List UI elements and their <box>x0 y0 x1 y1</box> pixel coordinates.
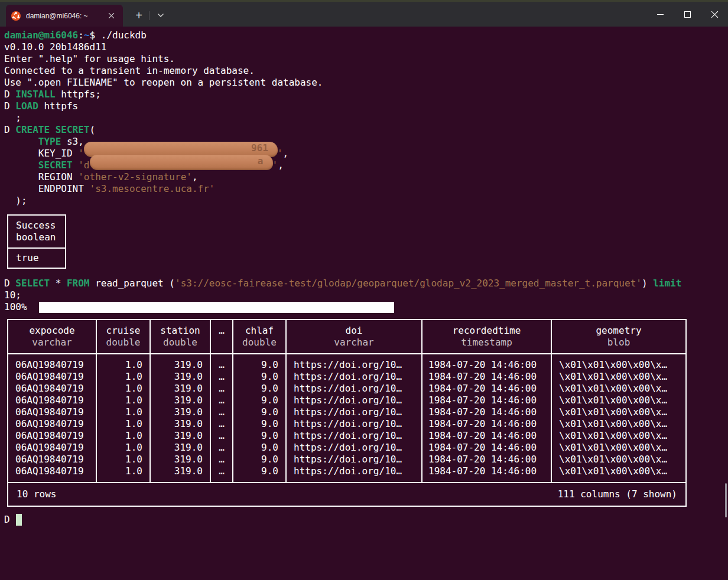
table-cell: 1.0 <box>97 359 150 371</box>
column-header-doi: doivarchar <box>287 320 422 353</box>
redaction-stroke: a <box>90 155 273 170</box>
ubuntu-logo-icon <box>11 11 21 21</box>
column-name: chlaf <box>233 325 285 337</box>
terminal-line: v0.10.0 20b1486d11 <box>4 41 728 53</box>
terminal-line: D CREATE SECRET( <box>4 124 728 136</box>
table-cell: 1.0 <box>97 430 150 442</box>
table-cell: \x01\x01\x00\x00\x… <box>552 371 685 383</box>
duckdb-prompt: D <box>4 514 10 526</box>
success-table-value: true <box>8 249 65 268</box>
column-header-station: stationdouble <box>151 320 211 353</box>
table-column-station: 319.0319.0319.0319.0319.0319.0319.0319.0… <box>151 354 211 482</box>
table-cell: 9.0 <box>233 371 285 383</box>
table-cell: 06AQ19840719 <box>8 465 96 477</box>
table-column-expocode: 06AQ1984071906AQ1984071906AQ1984071906AQ… <box>8 354 97 482</box>
table-cell: 1.0 <box>97 454 150 465</box>
column-name: expocode <box>8 325 96 337</box>
terminal-line: ; <box>4 112 728 124</box>
table-cell: 1984-07-20 14:46:00 <box>422 395 551 406</box>
table-cell: … <box>211 465 232 477</box>
terminal-line: 10; <box>4 289 728 301</box>
terminal-line: REGION 'other-v2-signature', <box>4 171 728 183</box>
minimize-button[interactable] <box>646 2 674 27</box>
table-cell: 1.0 <box>97 418 150 430</box>
column-type: double <box>151 337 210 348</box>
success-column-name: Success <box>16 220 65 232</box>
column-name: cruise <box>97 325 150 337</box>
table-column-chlaf: 9.09.09.09.09.09.09.09.09.09.0 <box>233 354 287 482</box>
title-bar: damian@mi6046: ~ + <box>0 0 728 27</box>
chevron-down-icon <box>157 13 164 18</box>
terminal-output-top: damian@mi6046:~$ ./duckdbv0.10.0 20b1486… <box>4 30 728 207</box>
success-value-cell: true <box>16 252 65 264</box>
result-table-header-row: expocodevarcharcruisedoublestationdouble… <box>8 320 685 354</box>
table-cell: 9.0 <box>233 418 285 430</box>
terminal-line: Enter ".help" for usage hints. <box>4 53 728 65</box>
table-cell: 9.0 <box>233 395 285 406</box>
table-cell: 9.0 <box>233 465 285 477</box>
result-table-body: 06AQ1984071906AQ1984071906AQ1984071906AQ… <box>8 354 685 482</box>
column-type: blob <box>552 337 685 348</box>
table-cell: \x01\x01\x00\x00\x… <box>552 465 685 477</box>
table-cell: \x01\x01\x00\x00\x… <box>552 383 685 395</box>
duckdb-prompt-line: D <box>4 514 728 526</box>
plus-icon: + <box>135 9 142 21</box>
table-cell: 319.0 <box>151 371 210 383</box>
table-cell: 06AQ19840719 <box>8 406 96 418</box>
table-cell: 1.0 <box>97 465 150 477</box>
table-cell: https://doi.org/10… <box>287 371 421 383</box>
table-cell: 1.0 <box>97 442 150 454</box>
tab-dropdown-button[interactable] <box>152 7 169 24</box>
scrollbar-thumb[interactable] <box>725 483 727 517</box>
table-cell: … <box>211 383 232 395</box>
table-cell: 06AQ19840719 <box>8 371 96 383</box>
table-cell: \x01\x01\x00\x00\x… <box>552 359 685 371</box>
table-cell: 1984-07-20 14:46:00 <box>422 371 551 383</box>
close-window-button[interactable] <box>701 2 728 27</box>
terminal-line: ); <box>4 195 728 207</box>
progress-percent-label: 100% <box>4 301 32 313</box>
column-type: varchar <box>8 337 96 348</box>
table-column-cruise: 1.01.01.01.01.01.01.01.01.01.0 <box>97 354 151 482</box>
tabbar-divider <box>149 11 150 20</box>
column-header-recordedtime: recordedtimetimestamp <box>422 320 552 353</box>
table-cell: 1984-07-20 14:46:00 <box>422 359 551 371</box>
column-name: doi <box>287 325 421 337</box>
table-cell: … <box>211 406 232 418</box>
table-cell: https://doi.org/10… <box>287 406 421 418</box>
new-tab-button[interactable]: + <box>131 7 147 24</box>
table-cell: 06AQ19840719 <box>8 395 96 406</box>
table-cell: 1984-07-20 14:46:00 <box>422 454 551 465</box>
column-type: double <box>97 337 150 348</box>
terminal-line: Use ".open FILENAME" to reopen on a pers… <box>4 77 728 89</box>
terminal-tab[interactable]: damian@mi6046: ~ <box>6 5 123 27</box>
column-header-cruise: cruisedouble <box>97 320 151 353</box>
table-cell: 319.0 <box>151 430 210 442</box>
close-icon <box>108 12 115 19</box>
terminal-line: SECRET 'da', <box>4 159 728 171</box>
terminal-line: Connected to a transient in-memory datab… <box>4 65 728 77</box>
table-cell: 319.0 <box>151 454 210 465</box>
column-type: varchar <box>287 337 421 348</box>
table-cell: 319.0 <box>151 465 210 477</box>
success-column-type: boolean <box>16 232 65 243</box>
table-cell: 9.0 <box>233 406 285 418</box>
table-cell: 319.0 <box>151 418 210 430</box>
row-count-label: 10 rows <box>17 488 56 500</box>
column-type: timestamp <box>422 337 551 348</box>
column-header-ellipsis: … <box>211 320 233 353</box>
column-name: recordedtime <box>422 325 551 337</box>
table-cell: 319.0 <box>151 395 210 406</box>
column-name: … <box>211 325 232 337</box>
window-controls <box>646 2 728 27</box>
table-cell: 319.0 <box>151 406 210 418</box>
column-header-expocode: expocodevarchar <box>8 320 97 353</box>
table-cell: https://doi.org/10… <box>287 465 421 477</box>
maximize-button[interactable] <box>674 2 701 27</box>
table-cell: 1984-07-20 14:46:00 <box>422 442 551 454</box>
table-cell: 06AQ19840719 <box>8 454 96 465</box>
terminal-cursor[interactable] <box>16 514 22 526</box>
table-cell: … <box>211 371 232 383</box>
table-cell: https://doi.org/10… <box>287 454 421 465</box>
tab-close-button[interactable] <box>105 9 118 22</box>
